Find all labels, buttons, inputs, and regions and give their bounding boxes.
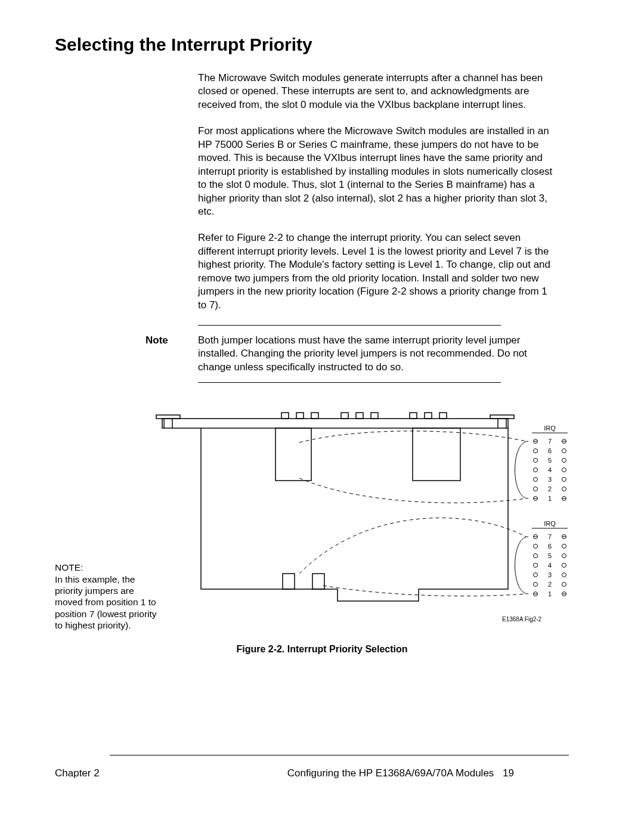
irq-block-lower: IRQ 7 6 5 4 3 2 1 [515,520,568,597]
irq-label-upper: IRQ [544,425,556,432]
figure-note-body: In this example, the priority jumpers ar… [55,574,157,631]
svg-rect-0 [162,419,508,428]
rule-below-note [198,382,501,383]
svg-text:2: 2 [548,485,552,493]
svg-point-37 [562,478,566,482]
svg-text:3: 3 [548,571,552,578]
rule-above-note [198,325,501,326]
svg-point-31 [562,459,566,463]
page-title: Selecting the Interrupt Priority [55,35,589,55]
svg-point-29 [534,459,538,463]
svg-rect-13 [410,413,417,419]
svg-rect-14 [425,413,432,419]
svg-text:5: 5 [548,552,552,559]
page-footer: Chapter 2 Configuring the HP E1368A/69A/… [55,767,514,779]
footer-section-title: Configuring the HP E1368A/69A/70A Module… [287,767,494,779]
irq-label-lower: IRQ [544,520,556,527]
svg-text:7: 7 [548,533,552,540]
svg-rect-15 [439,413,447,419]
page: Selecting the Interrupt Priority The Mic… [0,0,644,833]
paragraph-3: Refer to Figure 2-2 to change the interr… [198,231,556,312]
svg-text:1: 1 [548,495,552,502]
page-number: 19 [503,767,514,779]
svg-rect-9 [311,413,318,419]
svg-point-32 [534,468,538,472]
svg-rect-10 [341,413,348,419]
body-column: The Microwave Switch modules generate in… [198,72,556,312]
svg-point-58 [534,563,538,568]
svg-point-28 [562,449,566,453]
note-text: Both jumper locations must have the same… [198,334,556,374]
board-diagram: IRQ 7 6 5 4 3 2 1 IRQ 7 [144,407,586,633]
svg-point-66 [562,583,566,587]
figure-note-head: NOTE: [55,562,83,572]
svg-point-54 [562,544,566,549]
svg-point-52 [534,544,538,549]
svg-rect-11 [356,413,363,419]
svg-text:6: 6 [548,543,552,550]
svg-point-35 [534,478,538,482]
paragraph-1: The Microwave Switch modules generate in… [198,72,556,112]
svg-point-55 [534,554,538,558]
svg-text:2: 2 [548,581,552,588]
svg-rect-7 [281,413,289,419]
svg-rect-16 [275,428,311,481]
svg-text:7: 7 [548,438,552,445]
figure-caption: Figure 2-2. Interrupt Priority Selection [55,644,589,655]
svg-point-57 [562,554,566,558]
svg-text:3: 3 [548,476,552,483]
svg-rect-4 [490,415,514,419]
svg-rect-8 [296,413,304,419]
svg-point-63 [562,573,566,577]
note-label: Note [145,334,198,374]
svg-rect-19 [312,574,324,589]
footer-rule [110,755,569,755]
svg-point-40 [562,487,566,491]
note-block: Note Both jumper locations must have the… [145,334,556,374]
svg-rect-17 [413,428,460,481]
paragraph-2: For most applications where the Microwav… [198,125,556,218]
svg-point-64 [534,583,538,587]
svg-point-60 [562,563,566,568]
irq-upper-rows: 7 6 5 4 3 2 1 [534,438,566,502]
svg-point-61 [534,573,538,577]
svg-rect-12 [371,413,378,419]
svg-text:1: 1 [548,590,552,597]
svg-point-38 [534,487,538,491]
svg-text:6: 6 [548,447,552,454]
svg-point-34 [562,468,566,472]
svg-text:4: 4 [548,562,552,569]
svg-rect-18 [283,574,295,589]
figure-id: E1368A Fig2-2 [502,616,542,623]
footer-chapter: Chapter 2 [55,767,100,779]
svg-point-26 [534,449,538,453]
irq-block-upper: IRQ 7 6 5 4 3 2 1 [515,425,568,502]
svg-text:4: 4 [548,466,552,473]
figure-2-2: NOTE: In this example, the priority jump… [55,407,589,633]
svg-text:5: 5 [548,457,552,464]
svg-rect-1 [156,415,180,419]
